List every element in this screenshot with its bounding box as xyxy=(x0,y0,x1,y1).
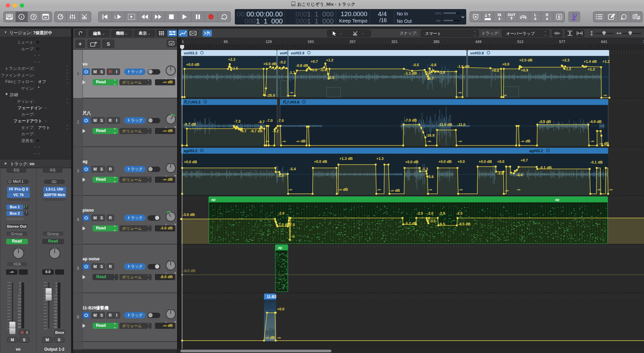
svg-text:ap: ap xyxy=(211,197,216,202)
svg-text:-2.0: -2.0 xyxy=(456,211,463,215)
svg-text:577: 577 xyxy=(559,40,565,44)
svg-text:-∞: -∞ xyxy=(459,187,463,191)
svg-text:ap: ap xyxy=(278,246,282,250)
svg-text:vo#0: vo#0 xyxy=(280,51,288,55)
svg-text:11-B2: 11-B2 xyxy=(267,295,276,299)
svg-text:-5.4: -5.4 xyxy=(289,167,296,171)
svg-text:193: 193 xyxy=(308,40,314,44)
svg-text:-7.3: -7.3 xyxy=(234,119,240,123)
svg-text:-∞: -∞ xyxy=(503,93,507,97)
svg-text:-0.5: -0.5 xyxy=(413,63,419,67)
svg-text:-4.9 dB: -4.9 dB xyxy=(589,120,602,124)
svg-text:-8.0 dB: -8.0 dB xyxy=(183,269,196,273)
svg-text:-∞ dB: -∞ dB xyxy=(390,188,400,192)
svg-text:-7.0: -7.0 xyxy=(277,119,284,123)
svg-text:-0.1 dB: -0.1 dB xyxy=(590,160,603,164)
svg-text:-9.7: -9.7 xyxy=(240,129,247,133)
svg-text:-0.4: -0.4 xyxy=(320,68,327,72)
svg-text:+1.3: +1.3 xyxy=(376,157,384,161)
svg-text:尺八#03.3: 尺八#03.3 xyxy=(183,100,201,104)
svg-text:ag#03.2: ag#03.2 xyxy=(184,149,197,153)
svg-text:-3.5: -3.5 xyxy=(429,219,436,223)
svg-text:+1.4 dB: +1.4 dB xyxy=(584,59,597,63)
svg-text:-3.0 dB: -3.0 dB xyxy=(182,213,195,217)
svg-text:-7.0 dB: -7.0 dB xyxy=(405,118,417,122)
svg-text:-7.0: -7.0 xyxy=(288,223,295,227)
svg-text:S: S xyxy=(557,15,560,19)
svg-text:?: ? xyxy=(33,15,35,19)
svg-text:IN: IN xyxy=(498,13,501,17)
svg-text:513: 513 xyxy=(517,40,523,44)
svg-text:+0.0 dB: +0.0 dB xyxy=(314,160,327,164)
svg-text:尺八#03.8: 尺八#03.8 xyxy=(282,100,300,104)
svg-text:65: 65 xyxy=(224,40,228,44)
svg-text:+0.9: +0.9 xyxy=(521,68,528,72)
svg-text:-6.5: -6.5 xyxy=(439,222,445,226)
svg-text:-∞: -∞ xyxy=(597,187,601,191)
svg-text:-∞: -∞ xyxy=(458,90,462,94)
svg-text:-5.2 dB: -5.2 dB xyxy=(405,221,417,225)
svg-text:-∞ dB: -∞ dB xyxy=(296,139,306,143)
svg-text:385: 385 xyxy=(433,40,439,44)
svg-text:-∞: -∞ xyxy=(377,187,381,191)
svg-text:+0.0: +0.0 xyxy=(502,62,509,66)
svg-text:vo#03.8: vo#03.8 xyxy=(470,51,484,55)
svg-text:+0.0 dB: +0.0 dB xyxy=(438,160,451,164)
svg-text:-9.2: -9.2 xyxy=(272,129,279,133)
svg-text:-2.0: -2.0 xyxy=(427,211,433,215)
svg-text:-1.1: -1.1 xyxy=(289,71,295,75)
svg-text:L: L xyxy=(114,15,117,19)
svg-text:-0.1 dB: -0.1 dB xyxy=(539,166,552,170)
svg-text:-11.0 dB: -11.0 dB xyxy=(438,123,452,127)
svg-text:i: i xyxy=(21,15,22,19)
svg-text:-0.2: -0.2 xyxy=(279,60,286,64)
svg-text:+2.0 dB: +2.0 dB xyxy=(519,58,532,62)
svg-text:L: L xyxy=(534,13,536,17)
svg-text:-1.1 dB: -1.1 dB xyxy=(405,71,417,75)
svg-text:-∞: -∞ xyxy=(428,187,432,191)
svg-text:-11.0: -11.0 xyxy=(457,123,465,127)
svg-text:129: 129 xyxy=(266,40,272,44)
svg-text:-∞: -∞ xyxy=(282,139,286,143)
svg-text:641: 641 xyxy=(601,40,607,44)
svg-text:+1.5: +1.5 xyxy=(231,66,238,70)
svg-text:+0.0: +0.0 xyxy=(492,69,499,73)
svg-text:-5.5: -5.5 xyxy=(328,76,334,80)
svg-text:-∞: -∞ xyxy=(291,234,295,238)
svg-text:-∞: -∞ xyxy=(603,93,607,97)
svg-text:+2.3: +2.3 xyxy=(228,57,235,61)
svg-text:-1.5 dB: -1.5 dB xyxy=(457,64,470,69)
svg-text:-∞: -∞ xyxy=(288,187,292,191)
svg-text:+1.2: +1.2 xyxy=(588,67,595,71)
svg-text:-∞: -∞ xyxy=(609,187,613,191)
svg-text:+1.2: +1.2 xyxy=(564,67,571,71)
svg-text:+0.7: +0.7 xyxy=(311,59,318,63)
svg-text:-∞ dB: -∞ dB xyxy=(521,139,530,143)
svg-text:-16.9: -16.9 xyxy=(426,133,434,137)
svg-text:-9.7 dB: -9.7 dB xyxy=(250,129,263,133)
svg-text:-∞: -∞ xyxy=(427,139,431,143)
svg-text:+0.0 dB: +0.0 dB xyxy=(479,160,492,164)
svg-text:-∞: -∞ xyxy=(458,139,462,143)
svg-text:-3.8: -3.8 xyxy=(497,171,503,175)
svg-text:+0.0 dB: +0.0 dB xyxy=(405,160,418,164)
svg-text:+1.2: +1.2 xyxy=(326,58,333,62)
svg-text:+0.0 dB: +0.0 dB xyxy=(263,62,276,66)
svg-text:-4.4: -4.4 xyxy=(516,173,523,177)
svg-text:-9.7 dB: -9.7 dB xyxy=(184,122,196,126)
svg-text:-∞: -∞ xyxy=(505,188,509,192)
svg-text:-25.0: -25.0 xyxy=(267,93,275,97)
svg-text:-∞ dB: -∞ dB xyxy=(599,141,609,145)
svg-text:-0.8 dB: -0.8 dB xyxy=(296,63,308,68)
svg-text:-7.0: -7.0 xyxy=(266,119,273,123)
svg-text:ap: ap xyxy=(555,197,559,202)
svg-text:-2.0: -2.0 xyxy=(278,211,284,215)
svg-text:-∞ dB: -∞ dB xyxy=(265,336,275,340)
svg-text:257: 257 xyxy=(350,40,356,44)
svg-text:-∞: -∞ xyxy=(517,187,521,191)
svg-text:+0.0: +0.0 xyxy=(458,160,465,164)
svg-text:+1.3 dB: +1.3 dB xyxy=(339,157,353,161)
svg-text:-1.8: -1.8 xyxy=(439,70,445,74)
svg-text:449: 449 xyxy=(475,40,481,44)
svg-text:1: 1 xyxy=(182,40,184,44)
